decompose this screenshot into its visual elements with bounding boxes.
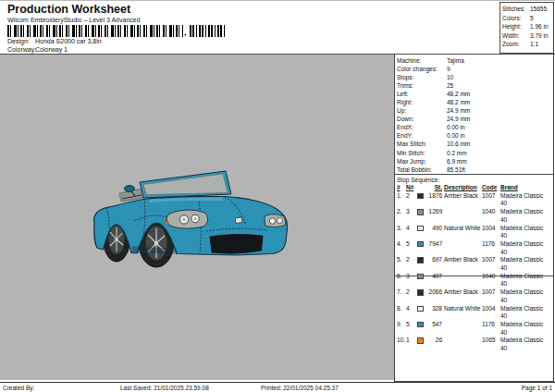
stitch-count: 1876: [427, 192, 444, 208]
thread-swatch: [417, 257, 424, 263]
stat-value: 1.96 in: [530, 22, 553, 31]
machine-value: 0.00 in: [447, 123, 551, 131]
design-canvas: [0, 55, 394, 380]
stop-num: 3.: [397, 225, 406, 240]
panel-empty-area: [395, 276, 553, 381]
thread-description: Amber Black: [444, 256, 482, 272]
stat-value: 3.79 in: [530, 31, 553, 41]
barcode-separator: ,: [184, 28, 187, 37]
stat-value: 1:1: [530, 40, 553, 49]
colorway-label: Colorway:: [7, 46, 36, 53]
windshield: [140, 171, 231, 198]
thread-code: 1007: [482, 192, 500, 208]
machine-row: Left:48.2 mm: [397, 90, 551, 98]
machine-row: EndY:0.00 in: [397, 131, 551, 140]
machine-label: Up:: [397, 106, 447, 115]
col-needle: N#: [406, 184, 417, 192]
headlight-left: [166, 210, 208, 228]
machine-row: Right:48.2 mm: [397, 98, 551, 106]
machine-row: Min Stitch:0.2 mm: [397, 149, 551, 157]
stitch-count: 1269: [427, 208, 444, 224]
design-value: Honda S2000 car 3,8in: [35, 38, 102, 44]
embroidery-design-car: [88, 163, 310, 274]
machine-label: Down:: [397, 115, 447, 123]
col-description: Description: [444, 184, 482, 192]
thread-code: 1040: [482, 208, 500, 224]
thread-swatch: [417, 241, 424, 248]
machine-label: Right:: [397, 98, 447, 106]
design-label: Design:: [7, 38, 30, 44]
stop-sequence-title: Stop Sequence:: [397, 176, 551, 184]
machine-info-section: Machine:Tajima Color changes:9 Stops:10 …: [395, 55, 553, 175]
machine-value: 24.9 mm: [447, 115, 551, 123]
machine-row: Max Stitch:10.6 mm: [397, 140, 551, 148]
thread-brand: Madeira Classic 40: [500, 240, 551, 256]
app-subtitle: Wilcom EmbroideryStudio – Level 3 Advanc…: [7, 17, 141, 23]
machine-value: 10.6 mm: [447, 140, 551, 148]
machine-label: EndY:: [397, 131, 447, 140]
machine-label: Max Stitch:: [397, 140, 447, 148]
needle-num: 4: [406, 225, 417, 240]
headlight-right: [265, 214, 286, 227]
machine-label: Trims:: [397, 81, 447, 90]
created-by-label: Created By:: [3, 385, 34, 391]
stat-zoom: Zoom:1:1: [502, 40, 553, 49]
machine-row: Machine:Tajima: [397, 56, 551, 65]
page-number: Page 1 of 1: [522, 385, 552, 391]
stop-table-header: # N# St. Description Code Brand: [397, 184, 551, 192]
stitch-count: 7947: [427, 240, 444, 256]
col-brand: Brand: [500, 184, 551, 192]
thread-code: 1007: [482, 256, 500, 272]
stat-label: Height:: [502, 22, 530, 31]
thread-swatch: [417, 193, 424, 200]
needle-num: 2: [406, 192, 417, 208]
col-stitches: St.: [427, 184, 444, 192]
table-row: 5.2697Amber Black1007Madeira Classic 40: [397, 256, 551, 272]
stat-value: 15655: [530, 5, 553, 14]
machine-label: Max Jump:: [397, 157, 447, 165]
honda-badge: [235, 217, 242, 224]
stat-height: Height:1.96 in: [502, 22, 553, 31]
machine-value: 0.00 in: [447, 131, 551, 140]
stop-num: 5.: [397, 256, 406, 272]
machine-row: Trims:25: [397, 81, 551, 90]
table-row: 1.21876Amber Black1007Madeira Classic 40: [397, 192, 551, 208]
grille: [210, 234, 263, 253]
machine-value: 25: [447, 81, 551, 90]
thread-description: [444, 240, 482, 256]
thread-swatch: [417, 226, 424, 232]
machine-row: Color changes:9: [397, 65, 551, 73]
barcode-checksum-bars: [190, 25, 225, 37]
stitch-count: 697: [427, 256, 444, 272]
machine-value: Tajima: [447, 56, 551, 65]
needle-num: 2: [406, 256, 417, 272]
page-title: Production Worksheet: [7, 3, 130, 16]
machine-label: Machine:: [397, 56, 447, 65]
thread-code: 1176: [482, 240, 500, 256]
machine-value: 0.2 mm: [447, 149, 551, 157]
stat-label: Stitches:: [502, 5, 530, 14]
machine-label: Total Bobbin:: [397, 165, 447, 174]
machine-value: 24.9 mm: [447, 106, 551, 115]
stat-value: 5: [530, 14, 553, 23]
design-stats-box: Stitches:15655 Colors:5 Height:1.96 in W…: [500, 2, 554, 54]
machine-label: Min Stitch:: [397, 149, 447, 157]
machine-row: Up:24.9 mm: [397, 106, 551, 115]
machine-label: Stops:: [397, 73, 447, 81]
machine-label: EndX:: [397, 123, 447, 131]
needle-num: 5: [406, 240, 417, 256]
machine-label: Left:: [397, 90, 447, 98]
machine-label: Color changes:: [397, 65, 447, 73]
thread-code: 1004: [482, 225, 500, 240]
info-panel: Machine:Tajima Color changes:9 Stops:10 …: [394, 54, 554, 382]
stop-sequence-section: Stop Sequence: # N# St. Description Code…: [395, 175, 553, 276]
machine-value: 48.2 mm: [447, 90, 551, 98]
machine-row: EndX:0.00 in: [397, 123, 551, 131]
machine-value: 85.51ft: [447, 165, 551, 174]
stitch-count: 490: [427, 225, 444, 240]
machine-value: 9: [447, 65, 551, 73]
machine-row: Total Bobbin:85.51ft: [397, 165, 551, 174]
machine-row: Stops:10: [397, 73, 551, 81]
stat-stitches: Stitches:15655: [502, 5, 553, 14]
stop-num: 1.: [397, 192, 406, 208]
